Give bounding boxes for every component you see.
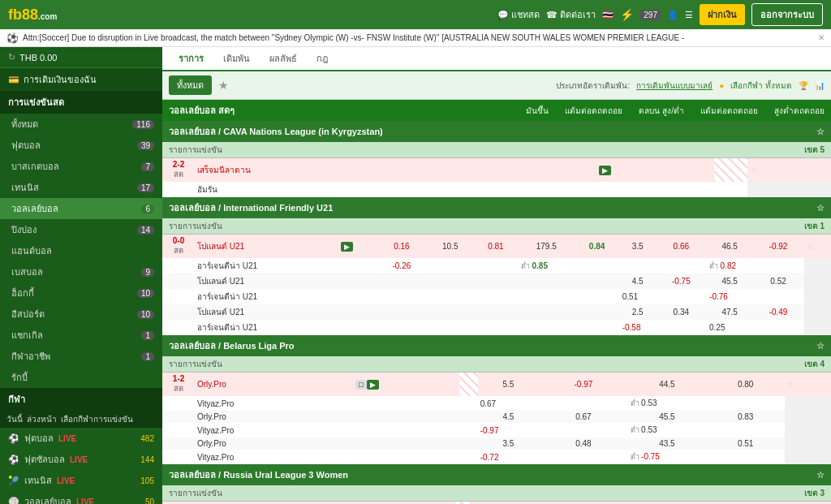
low-val1[interactable]: 0.85 [532, 261, 548, 270]
u21-fav-star[interactable]: ☆ [816, 203, 825, 213]
orly-team1[interactable]: Orly.Pro [195, 373, 353, 396]
val-b3[interactable]: -0.97 [480, 426, 499, 435]
score-val1b[interactable]: 0.84 [574, 235, 619, 258]
x2-2b[interactable]: 0.52 [752, 274, 804, 289]
val-u21-4[interactable]: 0.51 [622, 292, 638, 301]
deposit-button[interactable]: ฝากเงิน [700, 4, 745, 25]
sidebar-live-tennis[interactable]: 🎾 เทนนิส LIVE 105 [0, 470, 162, 491]
val-b3b[interactable]: 0.53 [641, 425, 657, 434]
tab-results[interactable]: ผลลัพธ์ [260, 47, 307, 71]
val-u21-5[interactable]: -0.76 [709, 292, 728, 301]
u21-team2c[interactable]: อาร์เจนตีน่า U21 [195, 320, 338, 335]
live-filter[interactable]: เลือกกีฬาการแข่งขัน [61, 413, 133, 425]
x2-val1b[interactable]: -0.92 [752, 235, 804, 258]
chat-icon[interactable]: 💬 แชทสด [497, 7, 540, 22]
vityaz-team2b[interactable]: Vityaz.Pro [195, 423, 353, 437]
x1-3b[interactable]: 0.34 [656, 304, 708, 320]
ticker-close[interactable]: ✕ [818, 33, 825, 42]
ticker-icon: ⚽ [6, 32, 19, 44]
tab-ragan[interactable]: ราการ [169, 47, 213, 71]
tab-betting[interactable]: เดิมพัน [213, 47, 260, 71]
user-icon[interactable]: 👤 [667, 10, 678, 20]
sidebar-live-football[interactable]: ⚽ ฟุตบอล LIVE 482 [0, 428, 162, 449]
x1-3a: 2.5 [620, 304, 656, 320]
fav-star-belarus[interactable]: ☆ [785, 373, 831, 396]
x1-val1b[interactable]: 0.66 [656, 235, 708, 258]
x2-b1b[interactable]: 0.80 [706, 373, 785, 396]
tennis-live-count: 105 [140, 476, 154, 485]
orly-team1b[interactable]: Orly.Pro [195, 411, 353, 423]
flag-icon: 🇹🇭 [602, 10, 614, 20]
x2-3b[interactable]: -0.49 [752, 304, 804, 320]
tab-rules[interactable]: กฎ [307, 47, 338, 71]
trophy-icon: 🏆 [799, 81, 808, 90]
sidebar-live-futsal[interactable]: ⚽ ฟุตซัลบอล LIVE 144 [0, 449, 162, 470]
live-early[interactable]: ล่วงหน้า [27, 413, 57, 425]
sidebar-item-rugby[interactable]: รักบี้ [0, 367, 162, 388]
u21-team2b[interactable]: อาร์เจนตีน่า U21 [195, 289, 338, 304]
sidebar-item-football[interactable]: ฟุตบอล 39 [0, 135, 162, 156]
u21-zone: เขต 1 [804, 220, 825, 232]
live-stream-btn[interactable]: ▶ [596, 158, 713, 182]
sidebar-item-basketball[interactable]: บาสเกตบอล 7 [0, 156, 162, 177]
hdp-val2[interactable]: -0.26 [376, 258, 428, 274]
val-u21-6[interactable]: -0.58 [622, 323, 641, 332]
u21-team1b[interactable]: โปแลนด์ U21 [195, 274, 338, 289]
sidebar-item-esports[interactable]: อีสปอร์ต 10 [0, 304, 162, 325]
u21-team1[interactable]: โปแลนด์ U21 [195, 235, 338, 258]
sidebar-item-professional[interactable]: กีฬาอาชีพ 1 [0, 346, 162, 367]
sidebar-item-snooker[interactable]: แชกเกิล 1 [0, 325, 162, 346]
league-russia-header: วอลเลย์บอล / Russia Ural League 3 Women … [162, 464, 831, 485]
u21-ragan-label: รายการแข่งขัน [169, 220, 222, 232]
logout-button[interactable]: ออกจากระบบ [751, 3, 823, 26]
val-b4b[interactable]: -0.75 [641, 452, 660, 461]
x2-b3b[interactable]: 0.51 [706, 437, 785, 450]
hdp-val1[interactable]: 0.16 [376, 235, 428, 258]
live-today[interactable]: วันนี้ [6, 413, 23, 425]
cava-fav-star[interactable]: ☆ [816, 127, 825, 137]
sidebar-item-handball[interactable]: แฮนด์บอล [0, 240, 162, 261]
low-val2[interactable]: 0.82 [721, 261, 736, 270]
ou-b3b[interactable]: 0.48 [539, 437, 627, 450]
ou-b1b[interactable]: -0.97 [539, 373, 627, 396]
sidebar-item-baseball[interactable]: เบสบอล 9 [0, 261, 162, 282]
russia-fav-star[interactable]: ☆ [816, 470, 825, 480]
val-b4[interactable]: -0.72 [480, 453, 499, 462]
val-b2b[interactable]: 0.53 [641, 398, 657, 407]
sidebar-item-tennis[interactable]: เทนนิส 17 [0, 177, 162, 198]
team2-name[interactable]: อัมรัน [195, 182, 596, 197]
pingpong-count: 14 [137, 226, 154, 235]
stream-btn-belarus[interactable]: □▶ [353, 373, 459, 396]
live-btn[interactable]: ▶ [338, 235, 376, 258]
x2-b2b[interactable]: 0.83 [706, 411, 785, 423]
x1-2b[interactable]: -0.75 [656, 274, 708, 289]
x2-b2a: 45.5 [628, 411, 707, 423]
fav-star-match[interactable]: ☆ [747, 158, 831, 182]
belarus-fav-star[interactable]: ☆ [816, 341, 825, 351]
val-u21-7[interactable]: 0.25 [709, 323, 725, 332]
sidebar-topup[interactable]: 💳 การเติมเงินของฉัน [0, 68, 162, 91]
val-b2[interactable]: 0.67 [480, 399, 496, 408]
sidebar-item-all[interactable]: ทั้งหมด 116 [0, 114, 162, 135]
vityaz-team2c[interactable]: Vityaz.Pro [195, 450, 353, 464]
orly-team1c[interactable]: Orly.Pro [195, 437, 353, 450]
favorite-star-icon[interactable]: ★ [218, 79, 229, 92]
odds-type-link[interactable]: การเดิมพันแบบมาเลย์ [636, 80, 713, 92]
fav-star-u21[interactable]: ☆ [804, 235, 831, 258]
u21-team2[interactable]: อาร์เจนตีน่า U21 [195, 258, 338, 274]
sidebar-live-volleyball[interactable]: 🏐 วอลเลย์บอล LIVE 50 [0, 491, 162, 504]
vityaz-team2[interactable]: Vityaz.Pro [195, 396, 353, 411]
contact-icon[interactable]: ☎ ติดต่อเรา [546, 7, 596, 22]
sidebar-item-pingpong[interactable]: ปิงปอง 14 [0, 219, 162, 240]
team1-name[interactable]: เสร็จมนีลาดาน [195, 158, 596, 182]
view-link[interactable]: เลือกกีฬา ทั้งหมด [730, 80, 792, 92]
ou-b2b[interactable]: 0.67 [539, 411, 627, 423]
u21-team1c[interactable]: โปแลนด์ U21 [195, 304, 338, 320]
menu-icon[interactable]: ☰ [685, 10, 693, 20]
sidebar-item-hockey[interactable]: ฮ็อกกี้ 10 [0, 282, 162, 304]
all-filter-button[interactable]: ทั้งหมด [169, 75, 212, 95]
ou-val1b[interactable]: 0.81 [473, 235, 519, 258]
refresh-icon[interactable]: ↻ [8, 52, 15, 62]
belarus-league-name: วอลเลย์บอล / Belarus Liga Pro [169, 338, 295, 353]
sidebar-item-volleyball[interactable]: วอลเลย์บอล 6 [0, 198, 162, 219]
